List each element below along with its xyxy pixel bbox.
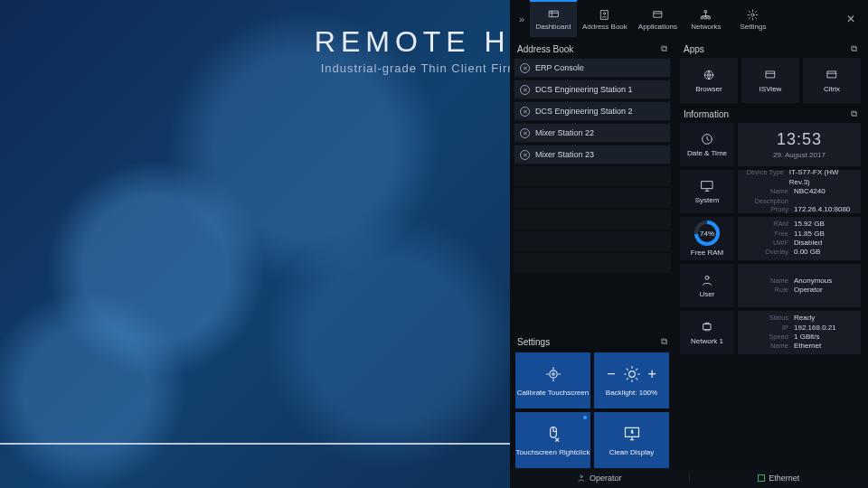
address-book-empty-slot[interactable] — [514, 231, 671, 251]
remove-icon[interactable]: ✕ — [520, 128, 530, 138]
ethernet-status-icon — [758, 474, 765, 482]
user-name: Anonymous — [794, 277, 832, 286]
nav-label: Applications — [638, 23, 677, 31]
address-book-item[interactable]: ✕Mixer Station 23 — [514, 145, 671, 164]
svg-point-2 — [604, 12, 606, 14]
popout-icon[interactable]: ⧉ — [851, 108, 857, 119]
address-book-item[interactable]: ✕Mixer Station 22 — [514, 123, 671, 143]
address-book-empty-slot[interactable] — [514, 253, 671, 273]
net-ip: 192.168.0.21 — [794, 324, 836, 333]
clean-display-icon — [623, 425, 641, 443]
bottom-ethernet[interactable]: Ethernet — [690, 474, 869, 483]
clock-icon — [700, 132, 714, 146]
remove-icon[interactable]: ✕ — [520, 85, 530, 95]
device-type: IT-S77-FX (HW Rev.3) — [789, 168, 854, 187]
apps-grid: Browser ISView Citrix — [676, 58, 864, 103]
nav-dashboard[interactable]: Dashboard — [530, 0, 577, 37]
net-status: Ready — [794, 314, 815, 323]
section-title: Apps — [684, 44, 704, 54]
close-button[interactable]: ✕ — [837, 0, 864, 37]
remove-icon[interactable]: ✕ — [520, 107, 530, 117]
sun-icon — [623, 365, 641, 383]
info-user[interactable]: User NameAnonymous RoleOperator — [680, 264, 861, 307]
mouse-rightclick-icon — [544, 425, 562, 443]
app-citrix[interactable]: Citrix — [803, 58, 861, 103]
svg-rect-18 — [702, 182, 712, 189]
svg-rect-0 — [549, 11, 558, 17]
ab-label: DCS Engineering Station 2 — [535, 107, 633, 116]
info-icon-label: Network 1 — [691, 337, 723, 345]
nav-address-book[interactable]: Address Book — [577, 0, 633, 37]
svg-point-10 — [552, 372, 554, 375]
user-icon — [577, 474, 586, 483]
popout-icon[interactable]: ⧉ — [661, 336, 667, 347]
dashboard-icon — [548, 9, 560, 21]
bottom-operator[interactable]: Operator — [510, 474, 690, 483]
nav-networks[interactable]: Networks — [683, 0, 730, 37]
address-book-empty-slot[interactable] — [514, 188, 671, 208]
top-nav: » Dashboard Address Book Applications Ne… — [510, 0, 868, 38]
ab-label: Mixer Station 22 — [535, 128, 594, 137]
address-book-list: ✕ERP Console ✕DCS Engineering Station 1 … — [510, 58, 675, 273]
svg-rect-3 — [654, 11, 662, 16]
ram-gauge: 74% — [694, 221, 720, 246]
ram-overlay: 0.00 GB — [794, 248, 820, 257]
address-book-empty-slot[interactable] — [514, 166, 671, 186]
address-book-empty-slot[interactable] — [514, 210, 671, 230]
net-speed: 1 GBit/s — [794, 333, 819, 342]
control-panel: » Dashboard Address Book Applications Ne… — [510, 0, 868, 488]
info-system[interactable]: System Device TypeIT-S77-FX (HW Rev.3) N… — [680, 170, 861, 213]
popout-icon[interactable]: ⧉ — [851, 43, 857, 54]
monitor-icon — [700, 179, 714, 193]
address-book-item[interactable]: ✕DCS Engineering Station 1 — [514, 80, 671, 99]
nav-settings[interactable]: Settings — [730, 0, 777, 37]
window-icon — [764, 69, 777, 81]
info-datetime[interactable]: Date & Time 13:53 29. August 2017 — [680, 123, 861, 166]
touchscreen-rightclick-tile[interactable]: Touchscreen Rightclick — [515, 412, 590, 468]
settings-tiles: Calibrate Touchscreen − + Backlight: 100… — [510, 352, 675, 468]
svg-point-19 — [705, 276, 709, 279]
popout-icon[interactable]: ⧉ — [661, 43, 667, 54]
nav-applications[interactable]: Applications — [633, 0, 683, 37]
remove-icon[interactable]: ✕ — [520, 150, 530, 160]
user-role: Operator — [794, 286, 823, 295]
increase-icon[interactable]: + — [648, 367, 656, 381]
decrease-icon[interactable]: − — [607, 367, 615, 381]
ram-percent: 74% — [700, 230, 714, 238]
ram-uwf: Disabled — [794, 239, 822, 248]
nav-label: Settings — [741, 23, 767, 31]
clock-date: 29. August 2017 — [773, 151, 826, 159]
net-name: Ethernet — [794, 342, 821, 351]
svg-rect-20 — [703, 324, 711, 330]
clock-time: 13:53 — [777, 130, 822, 149]
section-title: Information — [684, 109, 729, 119]
svg-point-21 — [580, 475, 583, 478]
app-label: ISView — [760, 85, 782, 93]
svg-rect-15 — [766, 70, 774, 77]
address-book-item[interactable]: ✕DCS Engineering Station 2 — [514, 101, 671, 121]
info-icon-label: Date & Time — [687, 149, 727, 157]
nav-label: Networks — [691, 23, 721, 31]
device-proxy: 172.26.4.10:8080 — [794, 205, 850, 214]
app-browser[interactable]: Browser — [680, 58, 738, 103]
info-network[interactable]: Network 1 StatusReady IP192.168.0.21 Spe… — [680, 311, 861, 354]
device-name: NBC4240 — [794, 187, 826, 196]
calibrate-touchscreen-tile[interactable]: Calibrate Touchscreen — [515, 352, 590, 408]
backlight-tile[interactable]: − + Backlight: 100% — [594, 352, 669, 408]
tile-label: Calibrate Touchscreen — [517, 389, 589, 397]
tile-label: Backlight: 100% — [606, 389, 657, 397]
info-ram[interactable]: 74% Free RAM RAM15.92 GB Free11.85 GB UW… — [680, 217, 861, 260]
remove-icon[interactable]: ✕ — [520, 63, 530, 73]
bottom-bar: Operator Ethernet — [510, 468, 868, 488]
info-icon-label: User — [700, 290, 715, 298]
collapse-chevron-icon[interactable]: » — [514, 0, 530, 37]
ram-free: 11.85 GB — [794, 230, 825, 239]
target-icon — [544, 365, 562, 383]
section-title: Settings — [517, 337, 550, 347]
bottom-operator-label: Operator — [590, 474, 622, 483]
tile-label: Touchscreen Rightclick — [516, 448, 590, 456]
indicator-dot — [583, 416, 587, 419]
app-isview[interactable]: ISView — [741, 58, 799, 103]
address-book-item[interactable]: ✕ERP Console — [514, 58, 671, 78]
clean-display-tile[interactable]: Clean Display — [594, 412, 669, 468]
